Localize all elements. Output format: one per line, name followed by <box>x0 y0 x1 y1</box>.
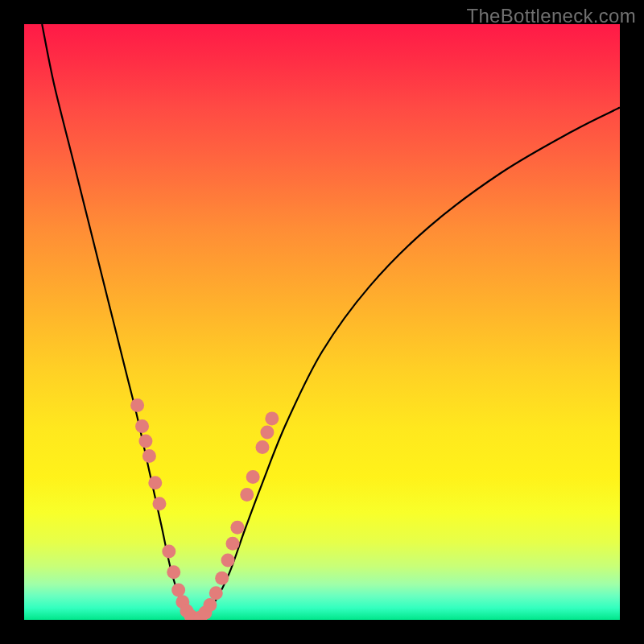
data-point <box>138 435 152 448</box>
data-point <box>230 521 244 535</box>
data-point <box>265 411 279 425</box>
curve-path <box>42 24 620 620</box>
data-point <box>215 572 229 585</box>
data-point <box>226 537 240 551</box>
data-point <box>142 449 156 463</box>
data-point <box>152 497 166 510</box>
data-point <box>256 440 270 454</box>
data-points <box>130 398 279 620</box>
plot-area <box>24 24 620 620</box>
data-point <box>130 398 144 412</box>
data-point <box>209 586 223 600</box>
data-point <box>167 565 180 579</box>
data-point <box>171 584 185 597</box>
data-point <box>260 425 274 439</box>
data-point <box>240 488 254 502</box>
data-point <box>221 554 235 568</box>
watermark-text: TheBottleneck.com <box>466 5 636 27</box>
data-point <box>203 598 217 612</box>
data-point <box>162 544 175 558</box>
data-point <box>135 419 149 433</box>
chart-svg <box>24 24 620 620</box>
chart-frame: TheBottleneck.com <box>0 0 644 644</box>
data-point <box>246 470 260 484</box>
bottleneck-curve <box>42 24 620 620</box>
data-point <box>148 476 162 489</box>
